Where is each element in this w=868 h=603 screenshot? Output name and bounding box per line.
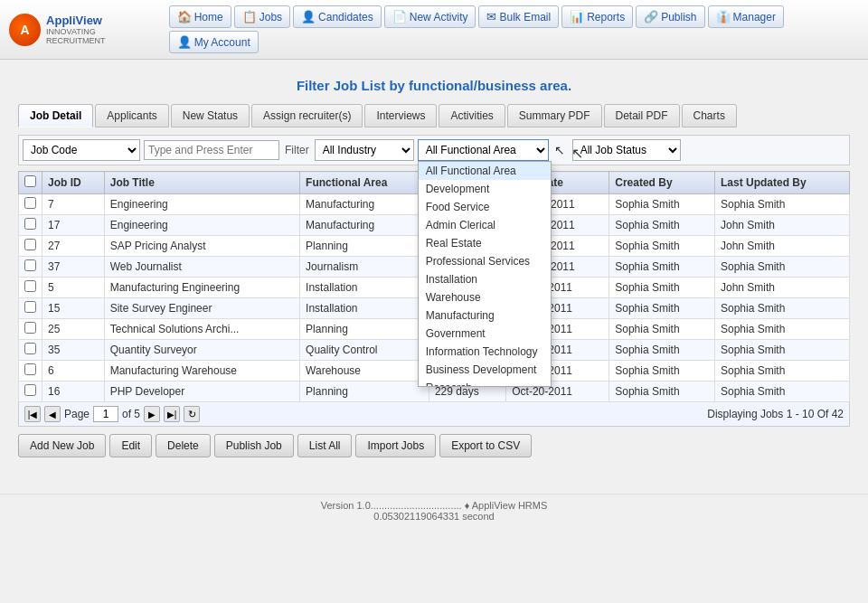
tab-charts[interactable]: Charts: [682, 104, 737, 127]
last-page-button[interactable]: ▶|: [164, 406, 180, 422]
industry-select[interactable]: All Industry Manufacturing Planning Jour…: [315, 139, 414, 161]
nav-icon: 👔: [716, 10, 731, 24]
row-checkbox[interactable]: [24, 259, 36, 271]
row-checkbox[interactable]: [24, 322, 36, 334]
row-checkbox[interactable]: [24, 239, 36, 250]
cell-created-by: Sophia Smith: [609, 194, 715, 215]
row-checkbox[interactable]: [24, 218, 36, 230]
cell-functional-area: Journalism: [300, 257, 429, 278]
cell-job-title: Site Survey Engineer: [104, 298, 299, 319]
logo-text: AppliView: [46, 14, 155, 28]
tab-new-status[interactable]: New Status: [171, 104, 250, 127]
nav-btn-candidates[interactable]: 👤Candidates: [293, 5, 382, 28]
page-input[interactable]: 1: [93, 406, 118, 422]
logo-area: A AppliView INNOVATING RECRUITMENT: [9, 14, 155, 46]
cell-job-title: SAP Pricing Analyst: [104, 236, 299, 257]
row-checkbox[interactable]: [24, 384, 36, 396]
action-btn-export-to-csv[interactable]: Export to CSV: [439, 434, 532, 457]
dropdown-item-development[interactable]: Development: [419, 180, 551, 198]
row-checkbox-cell: [19, 298, 42, 319]
cell-job-title: Quantity Surveyor: [104, 340, 299, 361]
nav-icon: 📋: [242, 10, 257, 24]
nav-btn-reports[interactable]: 📊Reports: [561, 5, 633, 28]
nav-btn-bulk-email[interactable]: ✉Bulk Email: [478, 5, 559, 28]
dropdown-item-warehouse[interactable]: Warehouse: [419, 288, 551, 306]
action-btn-delete[interactable]: Delete: [156, 434, 211, 457]
row-checkbox[interactable]: [24, 280, 36, 292]
dropdown-item-manufacturing[interactable]: Manufacturing: [419, 306, 551, 325]
dropdown-item-business-development[interactable]: Business Development: [419, 361, 551, 379]
row-checkbox[interactable]: [24, 301, 36, 313]
tab-detail-pdf[interactable]: Detail PDF: [604, 104, 680, 127]
tab-summary-pdf[interactable]: Summary PDF: [507, 104, 602, 127]
cell-job-id: 35: [42, 340, 105, 361]
cell-updated-by: Sophia Smith: [714, 194, 849, 215]
prev-page-button[interactable]: ◀: [44, 406, 61, 422]
dropdown-item-admin-clerical[interactable]: Admin Clerical: [419, 216, 551, 234]
filter-bar: Job Code Filter All Industry Manufacturi…: [18, 135, 850, 165]
next-page-button[interactable]: ▶: [144, 406, 160, 422]
tab-assign-recruiter-s-[interactable]: Assign recruiter(s): [251, 104, 363, 127]
tab-interviews[interactable]: Interviews: [364, 104, 437, 127]
refresh-button[interactable]: ↻: [184, 406, 200, 422]
functional-dropdown-overlay: All Functional AreaDevelopmentFood Servi…: [418, 161, 552, 387]
row-checkbox[interactable]: [24, 197, 36, 209]
first-page-button[interactable]: |◀: [24, 406, 41, 422]
row-checkbox-cell: [19, 319, 42, 340]
cell-created-by: Sophia Smith: [609, 340, 715, 361]
select-all-checkbox[interactable]: [24, 175, 36, 187]
nav-btn-jobs[interactable]: 📋Jobs: [234, 5, 290, 28]
action-btn-publish-job[interactable]: Publish Job: [214, 434, 294, 457]
dropdown-item-government[interactable]: Government: [419, 325, 551, 343]
jobcode-select[interactable]: Job Code: [23, 139, 140, 161]
dropdown-item-real-estate[interactable]: Real Estate: [419, 234, 551, 252]
cell-updated-by: Sophia Smith: [714, 361, 849, 382]
nav-btn-manager[interactable]: 👔Manager: [708, 5, 784, 28]
cell-job-id: 16: [42, 382, 105, 402]
jobstatus-select[interactable]: All Job Status Active Inactive Closed: [572, 139, 681, 161]
functional-dropdown-container: All Functional Area All Functional AreaD…: [418, 139, 549, 161]
dropdown-item-professional-services[interactable]: Professional Services: [419, 252, 551, 270]
row-checkbox[interactable]: [24, 343, 36, 354]
cell-created-by: Sophia Smith: [609, 236, 715, 257]
row-checkbox-cell: [19, 361, 42, 382]
row-checkbox[interactable]: [24, 363, 36, 375]
nav-icon: 📊: [570, 10, 584, 24]
filter-label: Filter: [285, 144, 309, 156]
tab-job-detail[interactable]: Job Detail: [18, 104, 93, 127]
nav-icon: ✉: [486, 10, 496, 24]
cell-updated-by: Sophia Smith: [714, 298, 849, 319]
cell-updated-by: John Smith: [714, 236, 849, 257]
nav-btn-new-activity[interactable]: 📄New Activity: [384, 5, 476, 28]
cell-updated-by: Sophia Smith: [714, 257, 849, 278]
tab-activities[interactable]: Activities: [439, 104, 505, 127]
cell-created-by: Sophia Smith: [609, 257, 715, 278]
cell-job-title: Engineering: [104, 215, 299, 236]
dropdown-item-food-service[interactable]: Food Service: [419, 198, 551, 216]
search-input[interactable]: [144, 140, 279, 160]
dropdown-item-information-technology[interactable]: Information Technology: [419, 343, 551, 361]
footer: Version 1.0.............................…: [0, 494, 868, 527]
nav-icon: 👤: [301, 10, 316, 24]
cell-job-title: Manufacturing Engineering: [104, 278, 299, 298]
cell-job-title: PHP Developer: [104, 382, 299, 402]
nav-btn-my-account[interactable]: 👤My Account: [169, 31, 259, 53]
row-checkbox-cell: [19, 194, 42, 215]
logo-sub: INNOVATING RECRUITMENT: [46, 27, 155, 45]
nav-btn-home[interactable]: 🏠Home: [169, 5, 231, 28]
dropdown-item-installation[interactable]: Installation: [419, 270, 551, 288]
cell-job-id: 17: [42, 215, 105, 236]
action-btn-import-jobs[interactable]: Import Jobs: [355, 434, 436, 457]
functional-select[interactable]: All Functional Area: [418, 139, 549, 161]
tab-applicants[interactable]: Applicants: [95, 104, 168, 127]
nav-btn-publish[interactable]: 🔗Publish: [636, 5, 704, 28]
tab-bar: Job DetailApplicantsNew StatusAssign rec…: [18, 104, 850, 127]
action-btn-add-new-job[interactable]: Add New Job: [18, 434, 106, 457]
dropdown-item-research[interactable]: Research: [419, 379, 551, 387]
action-btn-list-all[interactable]: List All: [297, 434, 353, 457]
page-label: Page: [64, 408, 90, 420]
cell-job-id: 25: [42, 319, 105, 340]
dropdown-item-all-functional-area[interactable]: All Functional Area: [419, 162, 551, 180]
cell-created-by: Sophia Smith: [609, 382, 715, 402]
action-btn-edit[interactable]: Edit: [109, 434, 152, 457]
